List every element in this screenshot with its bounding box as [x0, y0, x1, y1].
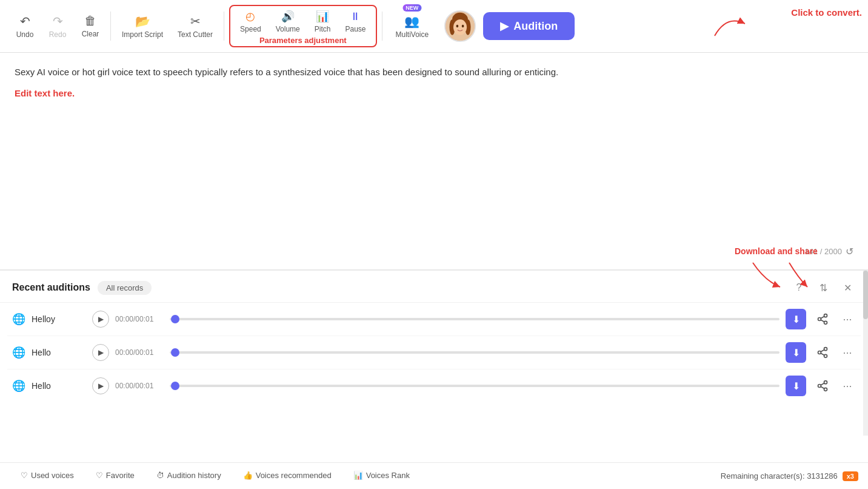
pitch-label: Pitch: [315, 25, 331, 33]
more-button-1[interactable]: ···: [839, 311, 856, 328]
avatar-image: [446, 12, 475, 41]
multivoice-label: MultiVoice: [396, 30, 429, 39]
progress-dot-1[interactable]: [171, 315, 179, 323]
redo-icon: ↷: [53, 14, 63, 29]
filter-button[interactable]: ⇅: [815, 279, 832, 296]
time-label-3: 00:00/00:01: [115, 382, 164, 390]
import-script-button[interactable]: 📂 Import Script: [116, 10, 169, 42]
char-count-text: 141 / 2000: [805, 247, 842, 256]
editor-area[interactable]: Sexy AI voice or hot girl voice text to …: [0, 53, 868, 269]
close-panel-button[interactable]: ✕: [839, 279, 856, 296]
pause-label: Pause: [345, 25, 366, 33]
footer-right: Remaining character(s): 3131286 x3: [721, 471, 858, 481]
download-button-3[interactable]: ⬇: [786, 376, 806, 396]
multivoice-icon: 👥: [404, 14, 419, 29]
all-records-button[interactable]: All records: [98, 281, 152, 295]
pitch-icon: 📊: [316, 10, 329, 23]
play-button-1[interactable]: ▶: [92, 311, 109, 328]
record-item: 🌐 Hello ▶ 00:00/00:01 ⬇ ···: [7, 336, 861, 369]
pitch-button[interactable]: 📊 Pitch: [307, 7, 338, 36]
svg-point-5: [456, 25, 459, 28]
clear-label: Clear: [82, 30, 99, 38]
progress-bar-1[interactable]: [170, 318, 780, 320]
click-to-convert-text: Click to convert.: [791, 7, 862, 18]
voices-rank-icon: 📊: [353, 471, 363, 480]
toolbar: ↶ Undo ↷ Redo 🗑 Clear 📂 Import Script ✂ …: [0, 0, 868, 53]
voices-recommended-label: Voices recommended: [256, 471, 332, 480]
undo-button[interactable]: ↶ Undo: [10, 10, 40, 42]
annotation-arrow: [709, 2, 781, 39]
new-badge: NEW: [402, 4, 421, 12]
editor-text: Sexy AI voice or hot girl voice text to …: [15, 65, 853, 79]
help-button[interactable]: ?: [790, 279, 807, 296]
scrollbar-track[interactable]: [863, 271, 868, 436]
voices-recommended-icon: 👍: [243, 471, 253, 480]
share-button-2[interactable]: [812, 342, 833, 363]
text-cutter-button[interactable]: ✂ Text Cutter: [172, 10, 219, 42]
speed-button[interactable]: ◴ Speed: [233, 7, 269, 36]
speed-label: Speed: [240, 25, 261, 33]
records-list: 🌐 Helloy ▶ 00:00/00:01 ⬇ ··· 🌐 Hello ▶ 0…: [0, 303, 868, 462]
tab-used-voices[interactable]: ♡ Used voices: [10, 463, 85, 490]
undo-icon: ↶: [20, 14, 30, 29]
svg-line-20: [821, 386, 824, 388]
divider-3: [382, 12, 382, 41]
svg-point-4: [453, 19, 467, 35]
volume-button[interactable]: 🔊 Volume: [269, 7, 307, 36]
audition-button[interactable]: ▶ Audition: [483, 12, 575, 40]
record-name-1: Helloy: [32, 314, 86, 324]
svg-line-21: [821, 383, 824, 385]
svg-line-10: [821, 320, 824, 322]
bottom-panel: Recent auditions All records Download an…: [0, 269, 868, 462]
play-button-3[interactable]: ▶: [92, 377, 109, 394]
remaining-chars-text: Remaining character(s): 3131286: [721, 471, 838, 481]
tab-voices-rank[interactable]: 📊 Voices Rank: [342, 463, 421, 490]
tab-favorite[interactable]: ♡ Favorite: [85, 463, 145, 490]
more-button-2[interactable]: ···: [839, 344, 856, 361]
globe-icon-2: 🌐: [12, 346, 25, 359]
play-button-2[interactable]: ▶: [92, 344, 109, 361]
scrollbar-thumb[interactable]: [863, 271, 868, 319]
divider-1: [110, 12, 111, 41]
divider-2: [224, 12, 224, 41]
svg-line-11: [821, 316, 824, 318]
text-cutter-label: Text Cutter: [178, 30, 213, 39]
char-count-bar: 141 / 2000 ↺: [15, 241, 853, 257]
redo-button[interactable]: ↷ Redo: [42, 10, 73, 42]
multivoice-wrap: NEW 👥 MultiVoice: [387, 9, 438, 44]
tab-audition-history[interactable]: ⏱ Audition history: [145, 463, 232, 490]
progress-bar-3[interactable]: [170, 385, 780, 387]
params-label: Parameters adjustment: [259, 36, 347, 45]
speed-icon: ◴: [245, 10, 255, 23]
download-button-1[interactable]: ⬇: [786, 309, 806, 329]
share-button-3[interactable]: [812, 376, 833, 396]
avatar[interactable]: [444, 10, 476, 42]
panel-header: Recent auditions All records Download an…: [0, 271, 868, 303]
import-script-icon: 📂: [135, 14, 150, 29]
audition-history-icon: ⏱: [156, 471, 164, 480]
record-item: 🌐 Hello ▶ 00:00/00:01 ⬇ ···: [7, 369, 861, 402]
more-button-3[interactable]: ···: [839, 377, 856, 394]
volume-icon: 🔊: [281, 10, 295, 23]
record-name-3: Hello: [32, 381, 86, 391]
edit-hint: Edit text here.: [15, 88, 853, 98]
panel-title: Recent auditions: [12, 282, 90, 293]
progress-dot-3[interactable]: [171, 382, 179, 390]
favorite-label: Favorite: [106, 471, 135, 480]
footer: ♡ Used voices ♡ Favorite ⏱ Audition hist…: [0, 462, 868, 489]
share-button-1[interactable]: [812, 309, 833, 329]
refresh-icon[interactable]: ↺: [846, 246, 853, 257]
pause-button[interactable]: ⏸ Pause: [338, 7, 373, 36]
audition-label: Audition: [513, 20, 558, 33]
download-button-2[interactable]: ⬇: [786, 342, 806, 363]
used-voices-icon: ♡: [21, 471, 28, 480]
clear-button[interactable]: 🗑 Clear: [75, 10, 105, 42]
progress-dot-2[interactable]: [171, 348, 179, 357]
used-voices-label: Used voices: [31, 471, 74, 480]
tab-voices-recommended[interactable]: 👍 Voices recommended: [232, 463, 342, 490]
multivoice-button[interactable]: 👥 MultiVoice: [387, 9, 438, 44]
time-label-1: 00:00/00:01: [115, 315, 164, 323]
volume-label: Volume: [276, 25, 300, 33]
progress-bar-2[interactable]: [170, 351, 780, 354]
import-script-label: Import Script: [122, 30, 163, 39]
